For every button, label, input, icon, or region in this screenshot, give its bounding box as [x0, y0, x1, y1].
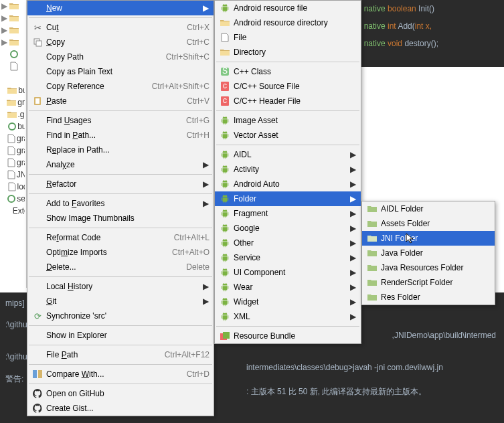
tree-item[interactable]: gra	[0, 96, 26, 108]
tree-arrow-icon: ▶	[1, 37, 8, 47]
menu-item-show-image-thumbnails[interactable]: Show Image Thumbnails	[27, 211, 214, 226]
menu-item-label: Image Asset	[231, 116, 357, 125]
android-icon	[219, 179, 231, 189]
menu-item-directory[interactable]: Directory	[215, 45, 361, 60]
tree-arrow-icon: ▶	[1, 13, 8, 23]
menu-item-widget[interactable]: Widget▶	[215, 294, 361, 309]
menu-item-aidl[interactable]: AIDL▶	[215, 147, 361, 162]
menu-item-label: Copy Path	[44, 52, 161, 62]
menu-item-activity[interactable]: Activity▶	[215, 162, 361, 177]
tree-item[interactable]	[0, 48, 26, 60]
tree-item[interactable]: ▶	[0, 12, 26, 24]
menu-item-c-c-header-file[interactable]: cC/C++ Header File	[215, 94, 361, 108]
tree-item[interactable]: bu	[0, 120, 26, 133]
menu-item-android-resource-directory[interactable]: Android resource directory	[215, 15, 361, 30]
menu-item-synchronize-src[interactable]: ⟳Synchronize 'src'	[27, 309, 214, 323]
menu-item-google[interactable]: Google▶	[215, 221, 361, 236]
menu-item-service[interactable]: Service▶	[215, 250, 361, 265]
menu-item-find-usages[interactable]: Find UsagesCtrl+G	[27, 113, 214, 128]
tree-item[interactable]: bu	[0, 84, 26, 96]
tree-item[interactable]	[0, 60, 26, 72]
blank-icon	[31, 66, 44, 77]
menu-item-local-history[interactable]: Local History▶	[27, 279, 214, 294]
menu-item-label: C/C++ Header File	[231, 96, 357, 106]
blank-icon	[31, 115, 44, 126]
menu-item-copy[interactable]: CopyCtrl+C	[27, 35, 214, 50]
tree-item[interactable]: gra	[0, 145, 26, 157]
file-icon	[7, 134, 15, 143]
menu-item-file-path[interactable]: File PathCtrl+Alt+F12	[27, 347, 214, 362]
menu-item-copy-path[interactable]: Copy PathCtrl+Shift+C	[27, 50, 214, 64]
menu-item-create-gist[interactable]: Create Gist...	[27, 401, 214, 416]
menu-item-refactor[interactable]: Refactor▶	[27, 177, 214, 191]
menu-item-resource-bundle[interactable]: Resource Bundle	[215, 329, 361, 343]
tree-item[interactable]	[0, 72, 26, 84]
menu-item-vector-asset[interactable]: Vector Asset	[215, 128, 361, 143]
tree-item[interactable]: gra	[0, 157, 26, 169]
tree-item[interactable]: ▶	[0, 24, 26, 36]
menu-item-copy-as-plain-text[interactable]: Copy as Plain Text	[27, 64, 214, 79]
menu-item-delete[interactable]: Delete...Delete	[27, 260, 214, 274]
copy-icon	[31, 37, 44, 48]
menu-item-fragment[interactable]: Fragment▶	[215, 206, 361, 221]
tree-item[interactable]: ▶	[0, 36, 26, 48]
menu-item-analyze[interactable]: Analyze▶	[27, 157, 214, 172]
menu-item-aidl-folder[interactable]: AIDL Folder	[362, 201, 495, 216]
tree-label: bu	[17, 122, 25, 131]
code-editor: lic native boolean Init() lic native int…	[350, 0, 504, 67]
blank-icon	[31, 281, 44, 292]
menu-item-paste[interactable]: PasteCtrl+V	[27, 94, 214, 108]
menu-shortcut: Ctrl+D	[181, 369, 209, 379]
menu-item-java-resources-folder[interactable]: Java Resources Folder	[362, 260, 495, 275]
tree-item[interactable]: .git	[0, 108, 26, 120]
tree-item[interactable]: JNI	[0, 169, 26, 181]
menu-item-open-on-github[interactable]: Open on GitHub	[27, 386, 214, 401]
menu-item-renderscript-folder[interactable]: RenderScript Folder	[362, 275, 495, 290]
blank-icon	[31, 159, 44, 170]
menu-item-folder[interactable]: Folder▶	[215, 191, 361, 206]
menu-item-label: C/C++ Source File	[231, 82, 357, 91]
menu-item-android-auto[interactable]: Android Auto▶	[215, 177, 361, 191]
menu-item-find-in-path[interactable]: Find in Path...Ctrl+H	[27, 128, 214, 143]
menu-item-res-folder[interactable]: Res Folder	[362, 290, 495, 305]
tree-item[interactable]: ▶	[0, 0, 26, 12]
menu-item-compare-with[interactable]: Compare With...Ctrl+D	[27, 367, 214, 382]
submenu-new[interactable]: Android resource fileAndroid resource di…	[214, 0, 361, 344]
menu-item-label: Git	[44, 297, 203, 306]
menu-item-other[interactable]: Other▶	[215, 236, 361, 250]
menu-item-cut[interactable]: ✂CutCtrl+X	[27, 20, 214, 35]
menu-item-ui-component[interactable]: UI Component▶	[215, 265, 361, 280]
menu-item-copy-reference[interactable]: Copy ReferenceCtrl+Alt+Shift+C	[27, 79, 214, 94]
menu-item-new[interactable]: New▶	[27, 1, 214, 15]
github-icon	[31, 388, 44, 399]
submenu-arrow-icon: ▶	[203, 179, 209, 189]
menu-item-xml[interactable]: XML▶	[215, 309, 361, 324]
cut-icon: ✂	[31, 22, 44, 33]
submenu-folder[interactable]: AIDL FolderAssets FolderJNI FolderJava F…	[361, 201, 495, 305]
menu-item-c-class[interactable]: SC++ Class	[215, 64, 361, 79]
tree-item[interactable]: gra	[0, 133, 26, 145]
menu-item-file[interactable]: File	[215, 30, 361, 45]
tree-item[interactable]: Extern	[0, 205, 26, 217]
menu-item-show-in-explorer[interactable]: Show in Explorer	[27, 328, 214, 343]
menu-shortcut: Ctrl+X	[181, 23, 209, 32]
menu-shortcut: Ctrl+Alt+Shift+C	[147, 82, 209, 91]
menu-item-java-folder[interactable]: Java Folder	[362, 246, 495, 260]
tree-item[interactable]: loc	[0, 181, 26, 193]
menu-item-label: Local History	[44, 282, 203, 291]
context-menu-primary[interactable]: New▶✂CutCtrl+XCopyCtrl+CCopy PathCtrl+Sh…	[27, 0, 214, 416]
menu-item-wear[interactable]: Wear▶	[215, 280, 361, 294]
menu-item-git[interactable]: Git▶	[27, 294, 214, 309]
menu-item-optimize-imports[interactable]: Optimize ImportsCtrl+Alt+O	[27, 245, 214, 260]
svg-point-2	[8, 195, 15, 202]
menu-item-assets-folder[interactable]: Assets Folder	[362, 216, 495, 231]
menu-item-c-c-source-file[interactable]: cC/C++ Source File	[215, 79, 361, 94]
menu-item-image-asset[interactable]: Image Asset	[215, 113, 361, 128]
tree-item[interactable]: set	[0, 193, 26, 205]
project-tree[interactable]: ▶▶▶▶bugra.gitbugragragraJNIlocsetExtern	[0, 0, 27, 288]
menu-item-jni-folder[interactable]: JNI Folder	[362, 231, 495, 246]
menu-item-reformat-code[interactable]: Reformat CodeCtrl+Alt+L	[27, 230, 214, 245]
menu-item-add-to-favorites[interactable]: Add to Favorites▶	[27, 196, 214, 211]
menu-item-replace-in-path[interactable]: Replace in Path...	[27, 143, 214, 157]
menu-item-android-resource-file[interactable]: Android resource file	[215, 1, 361, 15]
